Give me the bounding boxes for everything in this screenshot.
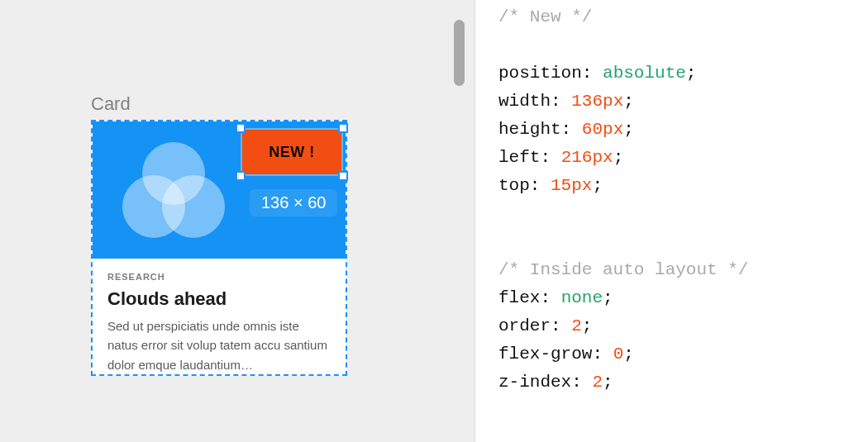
css-prop: width: [498, 92, 571, 111]
blank-line [498, 228, 868, 256]
resize-handle-bl[interactable] [236, 171, 246, 181]
css-prop: top: [498, 176, 551, 195]
code-line: z-index: 2; [498, 368, 868, 397]
code-line: left: 216px; [498, 144, 868, 172]
code-line: height: 60px; [498, 116, 868, 144]
blank-line [498, 31, 868, 59]
css-keyword: none [561, 288, 603, 307]
resize-handle-br[interactable] [338, 171, 348, 181]
code-line: order: 2; [498, 312, 868, 340]
dimensions-readout: 136 × 60 [250, 189, 337, 216]
code-line: top: 15px; [498, 172, 868, 200]
card-header[interactable]: NEW ! 136 × 60 [93, 121, 346, 259]
new-badge[interactable]: NEW ! [241, 128, 343, 176]
css-prop: position: [498, 64, 603, 83]
selected-layer[interactable]: NEW ! [241, 128, 343, 176]
code-comment: /* New */ [498, 3, 868, 31]
code-line: flex: none; [498, 284, 868, 312]
frame-label[interactable]: Card [91, 93, 131, 115]
design-canvas[interactable]: Card NEW ! [0, 0, 475, 442]
app-root: Card NEW ! [0, 0, 868, 442]
resize-handle-tl[interactable] [236, 123, 246, 133]
code-comment: /* Inside auto layout */ [498, 256, 868, 284]
css-value: 216px [561, 148, 613, 167]
css-value: 0 [613, 345, 624, 364]
css-value: 136px [571, 92, 623, 111]
scrollbar-thumb[interactable] [454, 20, 465, 86]
resize-handle-tr[interactable] [338, 123, 348, 133]
card-body[interactable]: RESEARCH Clouds ahead Sed ut perspiciati… [93, 259, 346, 374]
css-prop: order: [498, 316, 571, 335]
code-line: position: absolute; [498, 59, 868, 88]
card-title: Clouds ahead [107, 288, 331, 310]
svg-point-2 [162, 175, 225, 238]
blank-line [498, 200, 868, 228]
css-prop: height: [498, 120, 582, 139]
code-line: flex-grow: 0; [498, 340, 868, 368]
code-panel[interactable]: /* New */ position: absolute; width: 136… [475, 0, 868, 442]
css-prop: left: [498, 148, 561, 167]
selection-edge [241, 128, 242, 176]
css-prop: flex: [498, 288, 561, 307]
venn-icon [116, 134, 231, 250]
css-value: 2 [592, 373, 603, 392]
selection-edge [341, 128, 343, 176]
css-value: 15px [551, 176, 592, 195]
selection-edge [241, 174, 343, 176]
card-eyebrow: RESEARCH [107, 272, 331, 282]
selection-edge [241, 128, 343, 130]
css-value: 60px [582, 120, 623, 139]
code-line: width: 136px; [498, 88, 868, 116]
css-prop: z-index: [498, 373, 592, 392]
css-keyword: absolute [603, 64, 686, 83]
card-description: Sed ut perspiciatis unde omnis iste natu… [107, 316, 331, 374]
css-prop: flex-grow: [498, 345, 613, 364]
card-frame[interactable]: NEW ! 136 × 60 RESEARCH Clouds ahead Sed… [91, 120, 347, 376]
css-value: 2 [571, 316, 582, 335]
